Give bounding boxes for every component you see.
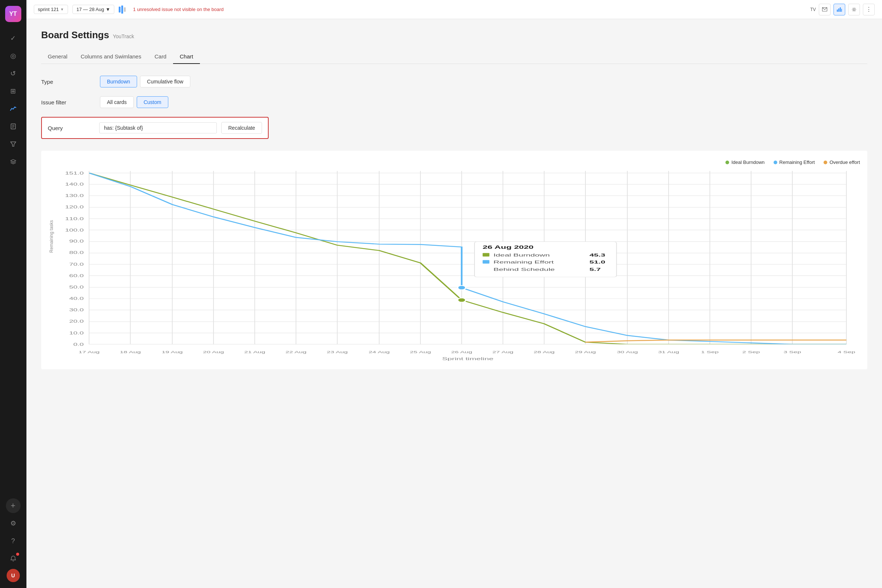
svg-text:0.0: 0.0 xyxy=(74,342,84,346)
burndown-button[interactable]: Burndown xyxy=(100,76,137,87)
svg-text:40.0: 40.0 xyxy=(69,297,83,301)
legend-remaining-effort: Remaining Effort xyxy=(774,159,815,165)
date-dropdown-arrow: ▼ xyxy=(105,7,110,12)
svg-text:20 Aug: 20 Aug xyxy=(203,350,224,354)
issue-filter-controls: All cards Custom xyxy=(100,96,168,108)
svg-point-85 xyxy=(458,285,466,290)
svg-text:27 Aug: 27 Aug xyxy=(492,350,513,354)
tab-chart[interactable]: Chart xyxy=(173,50,200,64)
svg-rect-12 xyxy=(89,171,846,344)
chart-wrapper: Remaining tasks xyxy=(48,171,860,362)
svg-text:Sprint timeline: Sprint timeline xyxy=(442,357,494,361)
chart-svg: 0.0 10.0 20.0 30.0 40.0 50.0 60.0 70.0 8… xyxy=(48,171,860,362)
svg-text:18 Aug: 18 Aug xyxy=(120,350,141,354)
svg-text:10.0: 10.0 xyxy=(69,331,83,335)
svg-text:151.0: 151.0 xyxy=(65,171,84,175)
svg-text:23 Aug: 23 Aug xyxy=(327,350,348,354)
app-logo[interactable]: YT xyxy=(5,6,21,22)
sprint-selector[interactable]: sprint 121 ▼ xyxy=(34,5,68,14)
svg-text:140.0: 140.0 xyxy=(65,182,84,187)
svg-text:17 Aug: 17 Aug xyxy=(79,350,100,354)
sidebar-item-target[interactable]: ◎ xyxy=(6,48,21,63)
issue-filter-row: Issue filter All cards Custom xyxy=(41,96,867,108)
svg-marker-5 xyxy=(10,159,16,162)
topbar-mail-button[interactable] xyxy=(819,4,831,15)
tab-columns[interactable]: Columns and Swimlanes xyxy=(74,50,148,64)
svg-text:21 Aug: 21 Aug xyxy=(244,350,266,354)
sidebar-add-button[interactable]: + xyxy=(6,498,21,513)
svg-text:130.0: 130.0 xyxy=(65,193,84,198)
topbar: sprint 121 ▼ 17 — 28 Aug ▼ 1 unresolved … xyxy=(27,0,882,19)
svg-point-84 xyxy=(458,298,466,303)
tv-label: TV xyxy=(810,7,816,12)
chart-legend: Ideal Burndown Remaining Effort Overdue … xyxy=(48,159,860,165)
svg-text:5.7: 5.7 xyxy=(590,267,601,272)
page-content: Board Settings YouTrack General Columns … xyxy=(27,19,882,588)
svg-text:Behind Schedule: Behind Schedule xyxy=(494,267,555,272)
tab-card[interactable]: Card xyxy=(148,50,173,64)
svg-rect-8 xyxy=(838,9,839,12)
svg-text:31 Aug: 31 Aug xyxy=(658,350,679,354)
recalculate-button[interactable]: Recalculate xyxy=(221,122,262,134)
sidebar-settings-icon[interactable]: ⚙ xyxy=(6,516,21,531)
svg-rect-91 xyxy=(483,260,489,264)
svg-text:28 Aug: 28 Aug xyxy=(534,350,555,354)
chart-bars-icon[interactable] xyxy=(119,6,126,14)
legend-label-remaining: Remaining Effort xyxy=(780,159,815,165)
svg-text:22 Aug: 22 Aug xyxy=(285,350,306,354)
sidebar: YT ✓ ◎ ↺ ⊞ + ⚙ ? U xyxy=(0,0,27,588)
sprint-label: sprint 121 xyxy=(38,7,59,12)
sidebar-item-chart[interactable] xyxy=(6,101,21,116)
svg-text:2 Sep: 2 Sep xyxy=(742,350,760,354)
legend-overdue-effort: Overdue effort xyxy=(824,159,860,165)
sidebar-item-book[interactable] xyxy=(6,119,21,134)
sidebar-item-dashboard[interactable]: ⊞ xyxy=(6,84,21,99)
issue-notice: 1 unresolved issue not visible on the bo… xyxy=(133,7,224,12)
chart-container: Ideal Burndown Remaining Effort Overdue … xyxy=(41,151,867,369)
sidebar-bottom: + ⚙ ? U xyxy=(6,498,21,582)
sidebar-item-funnel[interactable] xyxy=(6,137,21,152)
type-label: Type xyxy=(41,79,100,85)
query-input[interactable] xyxy=(99,122,217,134)
user-avatar[interactable]: U xyxy=(7,569,20,582)
topbar-right: TV ⋮ xyxy=(810,4,874,15)
svg-text:24 Aug: 24 Aug xyxy=(369,350,390,354)
sidebar-help-icon[interactable]: ? xyxy=(6,534,21,548)
svg-text:51.0: 51.0 xyxy=(590,260,605,265)
svg-text:26 Aug 2020: 26 Aug 2020 xyxy=(483,245,534,250)
date-range-selector[interactable]: 17 — 28 Aug ▼ xyxy=(72,5,114,14)
svg-text:30.0: 30.0 xyxy=(69,308,83,312)
sidebar-item-check[interactable]: ✓ xyxy=(6,31,21,46)
svg-text:45.3: 45.3 xyxy=(590,253,605,258)
svg-text:3 Sep: 3 Sep xyxy=(783,350,801,354)
topbar-chart-button[interactable] xyxy=(834,4,845,15)
svg-text:25 Aug: 25 Aug xyxy=(410,350,431,354)
tab-general[interactable]: General xyxy=(41,50,74,64)
legend-dot-overdue xyxy=(824,160,827,164)
tabs: General Columns and Swimlanes Card Chart xyxy=(41,50,867,64)
sprint-dropdown-arrow: ▼ xyxy=(60,8,64,11)
svg-text:29 Aug: 29 Aug xyxy=(575,350,596,354)
type-controls: Burndown Cumulative flow xyxy=(100,76,190,87)
cumulative-flow-button[interactable]: Cumulative flow xyxy=(140,76,190,87)
sidebar-nav: ✓ ◎ ↺ ⊞ xyxy=(6,31,21,498)
all-cards-button[interactable]: All cards xyxy=(100,96,134,108)
page-subtitle: YouTrack xyxy=(113,33,134,39)
topbar-more-button[interactable]: ⋮ xyxy=(863,4,874,15)
legend-label-overdue: Overdue effort xyxy=(830,159,860,165)
svg-rect-9 xyxy=(840,8,841,12)
topbar-settings-button[interactable] xyxy=(848,4,860,15)
svg-text:70.0: 70.0 xyxy=(69,262,83,266)
svg-text:90.0: 90.0 xyxy=(69,239,83,244)
svg-text:4 Sep: 4 Sep xyxy=(837,350,855,354)
svg-text:1 Sep: 1 Sep xyxy=(701,350,718,354)
svg-text:20.0: 20.0 xyxy=(69,319,83,323)
page-header: Board Settings YouTrack xyxy=(41,29,867,41)
sidebar-notification-icon[interactable] xyxy=(6,551,21,566)
issue-filter-label: Issue filter xyxy=(41,99,100,105)
sidebar-item-history[interactable]: ↺ xyxy=(6,66,21,81)
query-row: Query Recalculate xyxy=(41,117,268,139)
custom-button[interactable]: Custom xyxy=(137,96,168,108)
sidebar-item-layers[interactable] xyxy=(6,154,21,169)
query-label: Query xyxy=(48,125,99,131)
